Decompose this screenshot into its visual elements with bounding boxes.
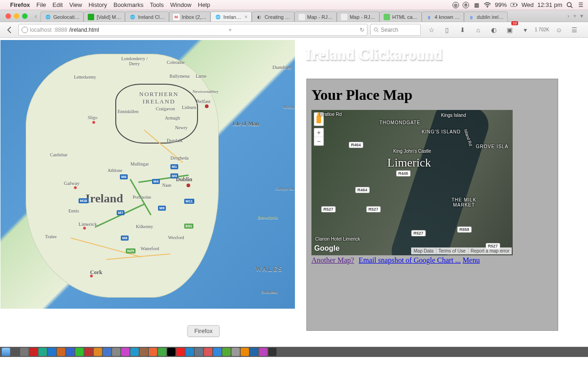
window-minimize-button[interactable] bbox=[14, 13, 19, 19]
another-map-link[interactable]: Another Map? bbox=[311, 256, 354, 264]
city-marker-sligo[interactable] bbox=[92, 121, 95, 124]
search-bar[interactable]: Search bbox=[370, 24, 421, 36]
extension-icon[interactable]: ▾ bbox=[519, 24, 531, 36]
site-identity-icon[interactable] bbox=[22, 27, 28, 33]
tab-2[interactable]: [Valid] M… bbox=[84, 12, 125, 22]
dock-app[interactable] bbox=[48, 348, 56, 356]
map-data-link[interactable]: Map Data bbox=[411, 247, 435, 254]
dock-app[interactable] bbox=[140, 348, 148, 356]
dock-app[interactable] bbox=[85, 348, 93, 356]
city-label: Galway bbox=[64, 180, 79, 186]
menu-view[interactable]: View bbox=[69, 1, 82, 8]
back-button[interactable] bbox=[4, 24, 16, 36]
dock-app[interactable] bbox=[39, 348, 47, 356]
tab-list-button[interactable]: ▾ bbox=[580, 12, 583, 19]
wifi-icon[interactable] bbox=[484, 1, 491, 9]
tab-7[interactable]: Map - RJ… bbox=[294, 12, 337, 22]
ireland-overview-map[interactable]: Ireland NORTHERN IRELAND WALES Isle of M… bbox=[0, 40, 295, 309]
tab-5-active[interactable]: 🌐Irelan…× bbox=[210, 12, 252, 22]
tab-6[interactable]: ◐Creating … bbox=[252, 12, 294, 22]
dock-app[interactable] bbox=[167, 348, 175, 356]
dock-app[interactable] bbox=[241, 348, 249, 356]
home-button[interactable]: ⌂ bbox=[472, 24, 484, 36]
battery-icon[interactable] bbox=[510, 1, 518, 9]
satellite-map[interactable]: + − Limerick THOMONDGATE KING'S ISLAND K… bbox=[311, 110, 513, 255]
zoom-out-button[interactable]: − bbox=[314, 137, 323, 145]
tab-3[interactable]: 🌐Ireland Cl… bbox=[125, 12, 169, 22]
dock-app[interactable] bbox=[176, 348, 185, 356]
menu-bookmarks[interactable]: Bookmarks bbox=[113, 1, 143, 8]
city-marker-dublin[interactable] bbox=[187, 184, 190, 187]
tab-4[interactable]: MInbox (2,… bbox=[169, 12, 211, 22]
dock-app[interactable] bbox=[213, 348, 221, 356]
bookmark-star-icon[interactable]: ☆ bbox=[425, 24, 437, 36]
panel-links: Another Map? Email snapshot of Google Ch… bbox=[311, 256, 553, 264]
tab-10[interactable]: g4 known … bbox=[422, 12, 464, 22]
dock-app[interactable] bbox=[29, 348, 38, 356]
menu-link[interactable]: Menu bbox=[463, 256, 480, 264]
dock-app[interactable] bbox=[11, 348, 19, 356]
menu-history[interactable]: History bbox=[89, 1, 107, 8]
tab-9[interactable]: HTML ca… bbox=[379, 12, 422, 22]
tab-scroll-right[interactable]: › bbox=[567, 12, 569, 19]
hamburger-menu-icon[interactable]: ☰ bbox=[569, 24, 581, 36]
dock-app[interactable] bbox=[94, 348, 102, 356]
statusbar-icon-2[interactable]: B bbox=[463, 2, 469, 8]
dock-app[interactable] bbox=[75, 348, 84, 356]
dock-app[interactable] bbox=[66, 348, 74, 356]
menu-file[interactable]: File bbox=[36, 1, 46, 8]
macos-menubar: Firefox File Edit View History Bookmarks… bbox=[0, 0, 588, 10]
spotlight-icon[interactable] bbox=[566, 1, 573, 9]
statusbar-icon-1[interactable]: ◎ bbox=[452, 2, 459, 8]
zoom-in-button[interactable]: + bbox=[314, 128, 323, 137]
statusbar-icon-3[interactable]: ▦ bbox=[473, 1, 480, 9]
app-menu[interactable]: Firefox bbox=[10, 1, 30, 8]
city-marker-belfast[interactable] bbox=[205, 104, 209, 108]
city-marker-cork[interactable] bbox=[90, 275, 93, 277]
downloads-icon[interactable]: ⬇ bbox=[457, 24, 469, 36]
url-bar[interactable]: localhost:8888/ireland.html ▾ ↻ bbox=[18, 24, 368, 36]
dock-app[interactable] bbox=[268, 348, 277, 356]
terms-link[interactable]: Terms of Use bbox=[436, 247, 468, 254]
dock-app-finder[interactable] bbox=[2, 348, 10, 356]
tab-8[interactable]: Map - RJ… bbox=[337, 12, 379, 22]
menu-help[interactable]: Help bbox=[198, 1, 210, 8]
window-zoom-button[interactable] bbox=[22, 13, 28, 19]
dock-app[interactable] bbox=[121, 348, 130, 356]
window-close-button[interactable] bbox=[6, 13, 11, 19]
menu-tools[interactable]: Tools bbox=[150, 1, 164, 8]
tab-label: Map - RJ… bbox=[350, 14, 375, 20]
city-marker-galway[interactable] bbox=[74, 186, 77, 189]
dock-app[interactable] bbox=[222, 348, 231, 356]
adblock-icon[interactable]: ▣ bbox=[503, 24, 515, 36]
reader-mode-icon[interactable]: ▾ bbox=[229, 27, 232, 33]
dock-app[interactable] bbox=[204, 348, 212, 356]
dock-app[interactable] bbox=[103, 348, 111, 356]
notification-center-icon[interactable]: ☰ bbox=[577, 1, 584, 9]
reload-button[interactable]: ↻ bbox=[360, 27, 364, 33]
dock-app[interactable] bbox=[158, 348, 166, 356]
sync-icon[interactable]: ◐ bbox=[488, 24, 500, 36]
dock-app[interactable] bbox=[186, 348, 194, 356]
menu-edit[interactable]: Edit bbox=[52, 1, 62, 8]
email-snapshot-link[interactable]: Email snapshot of Google Chart ... bbox=[359, 256, 461, 264]
dock-app-firefox[interactable] bbox=[149, 348, 157, 356]
dock-app[interactable] bbox=[195, 348, 203, 356]
dock-app[interactable] bbox=[20, 348, 28, 356]
dock-app[interactable] bbox=[259, 348, 267, 356]
dock-app[interactable] bbox=[57, 348, 65, 356]
dock-app[interactable] bbox=[250, 348, 258, 356]
dock-app[interactable] bbox=[232, 348, 240, 356]
tab-scroll-left[interactable]: ‹ bbox=[31, 10, 40, 22]
dock-app[interactable] bbox=[130, 348, 139, 356]
tab-11[interactable]: gdublin irel… bbox=[464, 12, 508, 22]
dock-app[interactable] bbox=[112, 348, 120, 356]
tab-close-button[interactable]: × bbox=[244, 14, 248, 20]
library-icon[interactable]: ▯ bbox=[441, 24, 453, 36]
menu-window[interactable]: Window bbox=[170, 1, 192, 8]
new-tab-button[interactable]: + bbox=[573, 12, 577, 19]
tab-1[interactable]: 🌐Geolocati… bbox=[40, 12, 84, 22]
chat-icon[interactable]: ☺ bbox=[553, 24, 565, 36]
city-marker-limerick[interactable] bbox=[83, 227, 86, 230]
report-error-link[interactable]: Report a map error bbox=[468, 247, 512, 254]
